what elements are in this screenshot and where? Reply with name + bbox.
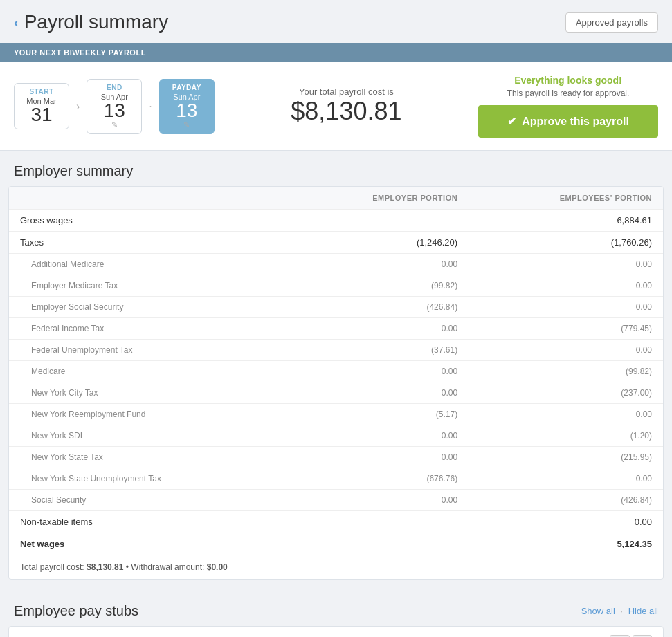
employer-table: EMPLOYER PORTION EMPLOYEES' PORTION Gros… xyxy=(9,187,663,555)
approved-payrolls-button[interactable]: Approved payrolls xyxy=(565,12,658,33)
row-label: Non-taxable items xyxy=(9,511,287,533)
row-employer: 0.00 xyxy=(287,382,469,404)
everything-good-text: Everything looks good! xyxy=(478,75,658,86)
row-employer: 0.00 xyxy=(287,447,469,468)
employer-table-wrap: EMPLOYER PORTION EMPLOYEES' PORTION Gros… xyxy=(8,186,664,580)
row-label: New York SDI xyxy=(9,425,287,447)
withdrawal-label: Withdrawal amount: xyxy=(131,562,204,572)
row-label: Medicare xyxy=(9,361,287,382)
start-day: 31 xyxy=(24,105,59,124)
table-row: Employer Social Security (426.84) 0.00 xyxy=(9,297,663,318)
payday-date-card: PAYDAY Sun Apr 13 ✎ xyxy=(159,79,215,134)
payday-day: 13 xyxy=(170,101,204,120)
row-employer: 0.00 xyxy=(287,425,469,447)
row-employer: 0.00 xyxy=(287,318,469,340)
table-row: New York State Tax 0.00 (215.95) xyxy=(9,447,663,468)
row-label: Federal Unemployment Tax xyxy=(9,340,287,361)
row-employer: (5.17) xyxy=(287,404,469,425)
row-label: Employer Social Security xyxy=(9,297,287,318)
row-label: Taxes xyxy=(9,232,287,254)
payday-edit-icon[interactable]: ✎ xyxy=(170,120,204,129)
row-employees: (215.95) xyxy=(469,447,663,468)
employer-summary-title: Employer summary xyxy=(0,151,672,186)
row-employees: 0.00 xyxy=(469,404,663,425)
row-label: Employer Medicare Tax xyxy=(9,275,287,297)
row-employees: 0.00 xyxy=(469,340,663,361)
row-label: New York Reemployment Fund xyxy=(9,404,287,425)
row-employees: 0.00 xyxy=(469,511,663,533)
table-row: New York SDI 0.00 (1.20) xyxy=(9,425,663,447)
table-row: Gross wages 6,884.61 xyxy=(9,210,663,232)
dates-area: START Mon Mar 31 › END Sun Apr 13 ✎ · PA… xyxy=(14,79,215,134)
table-header-row: EMPLOYER PORTION EMPLOYEES' PORTION xyxy=(9,187,663,210)
table-row: Non-taxable items 0.00 xyxy=(9,511,663,533)
arrow-icon: › xyxy=(73,100,82,113)
total-cost-area: Your total payroll cost is $8,130.81 xyxy=(215,86,478,126)
row-label: Net wages xyxy=(9,533,287,555)
row-employees: 0.00 xyxy=(469,297,663,318)
approve-button[interactable]: ✔ Approve this payroll xyxy=(478,105,658,138)
end-edit-icon[interactable]: ✎ xyxy=(97,120,131,129)
approve-btn-label: Approve this payroll xyxy=(522,116,629,128)
row-employer: (37.61) xyxy=(287,340,469,361)
table-row: New York City Tax 0.00 (237.00) xyxy=(9,382,663,404)
row-employer xyxy=(287,533,469,555)
payroll-banner-wrap: YOUR NEXT BIWEEKLY PAYROLL START Mon Mar… xyxy=(0,43,672,151)
row-employees: (1.20) xyxy=(469,425,663,447)
row-label: New York State Unemployment Tax xyxy=(9,468,287,490)
row-employer: (426.84) xyxy=(287,297,469,318)
page-title-wrap: ‹ Payroll summary xyxy=(14,11,168,33)
table-footer: Total payroll cost: $8,130.81 • Withdraw… xyxy=(9,555,663,579)
dates-total-approve: START Mon Mar 31 › END Sun Apr 13 ✎ · PA… xyxy=(0,62,672,151)
total-cost-value: $8,130.81 xyxy=(228,97,464,126)
row-employer: 0.00 xyxy=(287,490,469,511)
table-row: Net wages 5,124.35 xyxy=(9,533,663,555)
end-day: 13 xyxy=(97,101,131,120)
payday-label: PAYDAY xyxy=(170,84,204,91)
table-row: Federal Income Tax 0.00 (779.45) xyxy=(9,318,663,340)
row-label: Additional Medicare xyxy=(9,254,287,275)
table-row: Employer Medicare Tax (99.82) 0.00 xyxy=(9,275,663,297)
date-separator: · xyxy=(146,100,154,113)
ready-text: This payroll is ready for approval. xyxy=(478,89,658,98)
table-row: New York State Unemployment Tax (676.76)… xyxy=(9,468,663,490)
employer-summary-section: Employer summary EMPLOYER PORTION EMPLOY… xyxy=(0,151,672,580)
row-label: New York State Tax xyxy=(9,447,287,468)
row-employees: 5,124.35 xyxy=(469,533,663,555)
row-employer: 0.00 xyxy=(287,254,469,275)
row-employer xyxy=(287,210,469,232)
total-label: Total payroll cost: xyxy=(20,562,84,572)
show-hide-links: Show all · Hide all xyxy=(581,606,658,616)
row-employees: 0.00 xyxy=(469,275,663,297)
page-title: Payroll summary xyxy=(24,11,168,33)
pay-stubs-title: Employee pay stubs xyxy=(14,603,138,619)
hide-all-link[interactable]: Hide all xyxy=(628,606,658,616)
col-employer-header: EMPLOYER PORTION xyxy=(287,187,469,210)
checkmark-icon: ✔ xyxy=(507,115,516,128)
row-employer: (99.82) xyxy=(287,275,469,297)
pay-stub-row: Jim Harper ⏱ Salaried OVERTIME 0 VACATIO… xyxy=(8,626,664,637)
back-button[interactable]: ‹ xyxy=(14,15,19,30)
table-row: Federal Unemployment Tax (37.61) 0.00 xyxy=(9,340,663,361)
col-employees-header: EMPLOYEES' PORTION xyxy=(469,187,663,210)
show-all-link[interactable]: Show all xyxy=(581,606,615,616)
col-label-header xyxy=(9,187,287,210)
start-label: START xyxy=(24,88,59,95)
total-cost-label: Your total payroll cost is xyxy=(228,86,464,97)
payroll-banner: YOUR NEXT BIWEEKLY PAYROLL xyxy=(0,43,672,62)
page-header: ‹ Payroll summary Approved payrolls xyxy=(0,0,672,43)
row-employees: (426.84) xyxy=(469,490,663,511)
row-employer: (676.76) xyxy=(287,468,469,490)
row-employer xyxy=(287,511,469,533)
row-employees: (779.45) xyxy=(469,318,663,340)
table-row: Additional Medicare 0.00 0.00 xyxy=(9,254,663,275)
pay-stubs-header: Employee pay stubs Show all · Hide all xyxy=(0,591,672,626)
row-label: Social Security xyxy=(9,490,287,511)
approve-area: Everything looks good! This payroll is r… xyxy=(478,75,658,138)
row-employees: (237.00) xyxy=(469,382,663,404)
row-employees: 0.00 xyxy=(469,254,663,275)
table-row: Medicare 0.00 (99.82) xyxy=(9,361,663,382)
table-row: Social Security 0.00 (426.84) xyxy=(9,490,663,511)
row-employees: 0.00 xyxy=(469,468,663,490)
start-date-card: START Mon Mar 31 xyxy=(14,83,69,129)
